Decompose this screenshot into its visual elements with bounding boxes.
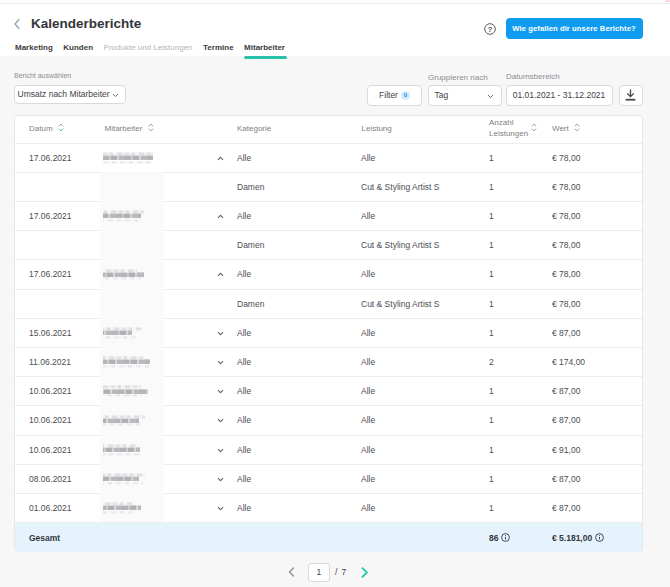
svg-text:?: ?	[488, 24, 493, 33]
